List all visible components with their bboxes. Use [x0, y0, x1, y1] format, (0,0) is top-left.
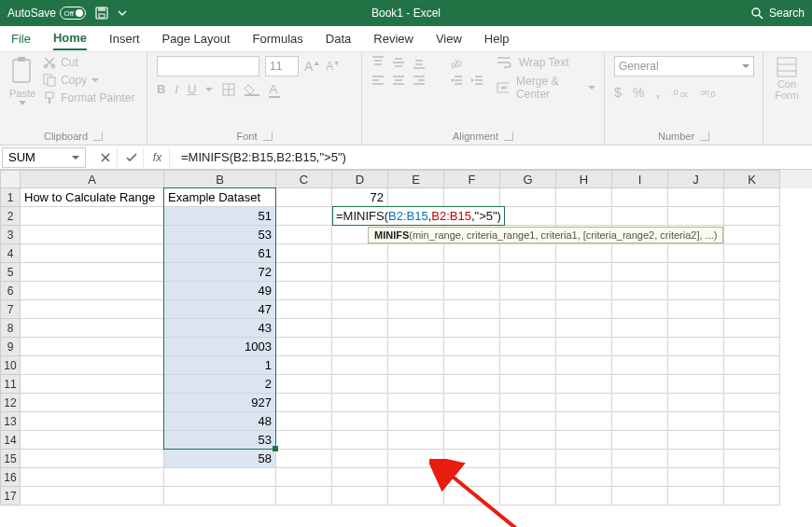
cell-G4[interactable]: [500, 244, 556, 263]
align-bottom-icon[interactable]: [413, 56, 426, 69]
cell-G16[interactable]: [500, 468, 556, 487]
cell-G9[interactable]: [500, 338, 556, 356]
cell-F7[interactable]: [444, 300, 500, 319]
cell-I10[interactable]: [612, 356, 668, 375]
cell-J17[interactable]: [668, 487, 724, 506]
cell-B17[interactable]: [164, 487, 276, 506]
cell-H15[interactable]: [556, 450, 612, 468]
cell-D1[interactable]: 72: [332, 188, 388, 207]
cell-E4[interactable]: [388, 244, 444, 263]
cell-G14[interactable]: [500, 431, 556, 450]
row-header[interactable]: 3: [0, 226, 21, 244]
cell-H12[interactable]: [556, 394, 612, 412]
col-header-H[interactable]: H: [556, 170, 612, 188]
row-header[interactable]: 10: [0, 356, 21, 375]
cell-C7[interactable]: [276, 300, 332, 319]
cell-E7[interactable]: [388, 300, 444, 319]
cell-G6[interactable]: [500, 282, 556, 300]
name-box[interactable]: SUM: [2, 147, 86, 168]
dialog-launcher-icon[interactable]: [504, 132, 513, 141]
cell-B6[interactable]: 49: [164, 282, 276, 300]
col-header-K[interactable]: K: [724, 170, 780, 188]
cell-B13[interactable]: 48: [164, 412, 276, 431]
cell-G2[interactable]: [500, 207, 556, 226]
cell-F16[interactable]: [444, 468, 500, 487]
cell-J13[interactable]: [668, 412, 724, 431]
row-header[interactable]: 6: [0, 282, 21, 300]
cell-A6[interactable]: [21, 282, 164, 300]
row-header[interactable]: 13: [0, 412, 21, 431]
cell-J12[interactable]: [668, 394, 724, 412]
cell-A14[interactable]: [21, 431, 164, 450]
number-format-combo[interactable]: General: [614, 56, 754, 76]
cell-D11[interactable]: [332, 375, 388, 394]
cell-G15[interactable]: [500, 450, 556, 468]
cell-G7[interactable]: [500, 300, 556, 319]
row-header[interactable]: 12: [0, 394, 21, 412]
cell-D6[interactable]: [332, 282, 388, 300]
align-left-icon[interactable]: [371, 75, 385, 88]
col-header-D[interactable]: D: [332, 170, 388, 188]
cell-C12[interactable]: [276, 394, 332, 412]
cell-H1[interactable]: [556, 188, 612, 207]
borders-icon[interactable]: [222, 83, 235, 96]
row-header[interactable]: 7: [0, 300, 21, 319]
cell-D5[interactable]: [332, 263, 388, 282]
cell-A1[interactable]: How to Calculate Range: [21, 188, 164, 207]
cell-editor[interactable]: =MINIFS(B2:B15,B2:B15,">5"): [332, 206, 505, 226]
wrap-text-button[interactable]: Wrap Text: [497, 56, 595, 69]
fill-color-icon[interactable]: [245, 83, 259, 96]
decrease-decimal-icon[interactable]: .00.0: [699, 86, 716, 99]
cell-H8[interactable]: [556, 319, 612, 338]
cell-K2[interactable]: [724, 207, 780, 226]
align-right-icon[interactable]: [413, 75, 426, 88]
cell-I14[interactable]: [612, 431, 668, 450]
cell-B10[interactable]: 1: [164, 356, 276, 375]
cell-J8[interactable]: [668, 319, 724, 338]
cell-A2[interactable]: [21, 207, 164, 226]
cell-A15[interactable]: [21, 450, 164, 468]
cancel-formula-button[interactable]: [93, 147, 118, 168]
cell-G11[interactable]: [500, 375, 556, 394]
cell-C10[interactable]: [276, 356, 332, 375]
cell-C2[interactable]: [276, 207, 332, 226]
toggle-switch[interactable]: Off: [60, 7, 86, 20]
formula-input[interactable]: =MINIFS(B2:B15,B2:B15,">5"): [175, 150, 812, 164]
cell-K5[interactable]: [724, 263, 780, 282]
cell-G5[interactable]: [500, 263, 556, 282]
cell-J11[interactable]: [668, 375, 724, 394]
cell-K9[interactable]: [724, 338, 780, 356]
dialog-launcher-icon[interactable]: [700, 132, 709, 141]
cell-C8[interactable]: [276, 319, 332, 338]
cell-D17[interactable]: [332, 487, 388, 506]
cell-C5[interactable]: [276, 263, 332, 282]
cell-I2[interactable]: [612, 207, 668, 226]
cell-J5[interactable]: [668, 263, 724, 282]
tab-file[interactable]: File: [11, 28, 31, 49]
cell-I11[interactable]: [612, 375, 668, 394]
cell-J9[interactable]: [668, 338, 724, 356]
cell-D13[interactable]: [332, 412, 388, 431]
cell-D8[interactable]: [332, 319, 388, 338]
cell-C6[interactable]: [276, 282, 332, 300]
cell-K14[interactable]: [724, 431, 780, 450]
cell-B1[interactable]: Example Dataset: [164, 188, 276, 207]
row-header[interactable]: 5: [0, 263, 21, 282]
cell-B12[interactable]: 927: [164, 394, 276, 412]
cell-K1[interactable]: [724, 188, 780, 207]
col-header-I[interactable]: I: [612, 170, 668, 188]
cell-G13[interactable]: [500, 412, 556, 431]
col-header-A[interactable]: A: [21, 170, 164, 188]
cell-K11[interactable]: [724, 375, 780, 394]
col-header-J[interactable]: J: [668, 170, 724, 188]
cell-B15[interactable]: 58: [164, 450, 276, 468]
cell-C14[interactable]: [276, 431, 332, 450]
cell-I15[interactable]: [612, 450, 668, 468]
cell-E10[interactable]: [388, 356, 444, 375]
cell-D9[interactable]: [332, 338, 388, 356]
cell-I4[interactable]: [612, 244, 668, 263]
cell-E12[interactable]: [388, 394, 444, 412]
cell-J7[interactable]: [668, 300, 724, 319]
autosave-toggle[interactable]: AutoSave Off: [7, 7, 86, 20]
cell-F13[interactable]: [444, 412, 500, 431]
